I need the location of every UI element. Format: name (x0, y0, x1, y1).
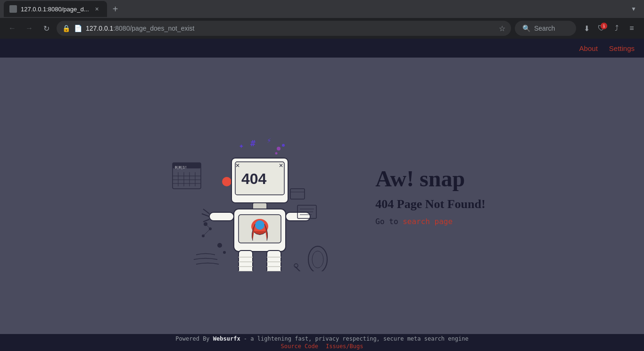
svg-point-52 (308, 246, 327, 271)
menu-button[interactable]: ≡ (625, 22, 638, 35)
extension-badge: 1 (601, 23, 607, 29)
svg-point-13 (222, 177, 231, 186)
url-path: :8080/page_does_not_exist (113, 25, 194, 32)
svg-rect-48 (290, 189, 305, 199)
tab-close-button[interactable]: × (93, 5, 101, 13)
error-title: Aw! snap (375, 166, 485, 192)
search-page-link[interactable]: search page (403, 217, 453, 226)
extension-button[interactable]: 🛡 1 (595, 22, 608, 35)
search-icon: 🔍 (522, 25, 530, 32)
svg-text:#: # (250, 138, 256, 148)
svg-point-53 (312, 251, 323, 268)
address-bar[interactable]: 🔒 📄 127.0.0.1:8080/page_does_not_exist ☆ (57, 21, 511, 36)
svg-text:✕: ✕ (279, 162, 283, 169)
browser-chrome: 127.0.0.1:8080/page_d... × + ▼ ← → ↻ 🔒 📄… (0, 0, 644, 39)
reload-button[interactable]: ↻ (40, 22, 53, 35)
nav-actions: ⬇ 🛡 1 ⤴ ≡ (580, 22, 638, 35)
svg-text:404: 404 (241, 170, 267, 187)
download-icon: ⬇ (584, 24, 590, 33)
svg-rect-31 (239, 251, 253, 271)
footer-line2: Source Code Issues/Bugs (281, 343, 363, 350)
app-nav: About Settings (0, 39, 644, 58)
share-icon: ⤴ (615, 24, 619, 33)
svg-point-61 (275, 152, 278, 155)
svg-text:✦: ✦ (239, 142, 244, 150)
url-display: 127.0.0.1:8080/page_does_not_exist (86, 25, 495, 32)
back-button[interactable]: ← (6, 22, 19, 35)
footer: Powered By Websurfx - a lightening fast,… (0, 334, 644, 351)
about-link[interactable]: About (579, 44, 598, 52)
footer-tagline: - a lightening fast, privacy respecting,… (244, 335, 469, 342)
footer-powered-by: Powered By (175, 335, 209, 342)
settings-link[interactable]: Settings (609, 44, 635, 52)
security-icon: 🔒 (62, 25, 70, 32)
menu-icon: ≡ (629, 24, 634, 33)
search-label: Search (534, 25, 555, 32)
svg-rect-37 (267, 251, 281, 271)
svg-rect-30 (286, 212, 310, 221)
search-button[interactable]: 🔍 Search (515, 21, 576, 36)
svg-point-25 (255, 220, 264, 230)
bookmark-star[interactable]: ☆ (499, 24, 505, 33)
svg-point-63 (223, 251, 226, 254)
tab-dropdown-button[interactable]: ▼ (627, 2, 640, 16)
tab-bar-controls: ▼ (627, 2, 640, 16)
nav-bar: ← → ↻ 🔒 📄 127.0.0.1:8080/page_does_not_e… (0, 18, 644, 39)
svg-line-27 (203, 209, 209, 214)
svg-line-28 (202, 214, 209, 217)
tab-favicon (9, 5, 17, 13)
svg-line-58 (203, 229, 210, 236)
source-code-link[interactable]: Source Code (281, 343, 318, 350)
main-content: 0|0|1! # ⚡ ✦ 404 ✕ ✕ (0, 58, 644, 334)
footer-brand: Websurfx (213, 335, 240, 342)
svg-point-62 (217, 243, 222, 248)
download-button[interactable]: ⬇ (580, 22, 593, 35)
active-tab[interactable]: 127.0.0.1:8080/page_d... × (4, 1, 107, 17)
tab-bar: 127.0.0.1:8080/page_d... × + ▼ (0, 0, 644, 18)
svg-rect-26 (209, 212, 234, 221)
svg-text:⚡: ⚡ (267, 136, 272, 145)
error-body-prefix: Go to (375, 217, 398, 226)
new-tab-button[interactable]: + (109, 2, 122, 16)
share-button[interactable]: ⤴ (610, 22, 623, 35)
svg-point-60 (282, 144, 285, 147)
url-host: 127.0.0.1 (86, 25, 113, 32)
page-icon: 📄 (74, 25, 82, 32)
error-text-section: Aw! snap 404 Page Not Found! Go to searc… (375, 166, 485, 226)
svg-line-57 (206, 224, 210, 229)
svg-text:0|0|1!: 0|0|1! (175, 166, 187, 169)
error-subtitle: 404 Page Not Found! (375, 197, 485, 211)
forward-button[interactable]: → (23, 22, 36, 35)
robot-illustration: 0|0|1! # ⚡ ✦ 404 ✕ ✕ (158, 120, 338, 271)
svg-line-29 (203, 219, 209, 222)
svg-text:✕: ✕ (235, 162, 240, 169)
svg-point-59 (277, 147, 281, 150)
footer-line1: Powered By Websurfx - a lightening fast,… (175, 335, 468, 342)
tab-title: 127.0.0.1:8080/page_d... (21, 6, 89, 13)
issues-link[interactable]: Issues/Bugs (326, 343, 363, 350)
error-body: Go to search page (375, 217, 485, 226)
